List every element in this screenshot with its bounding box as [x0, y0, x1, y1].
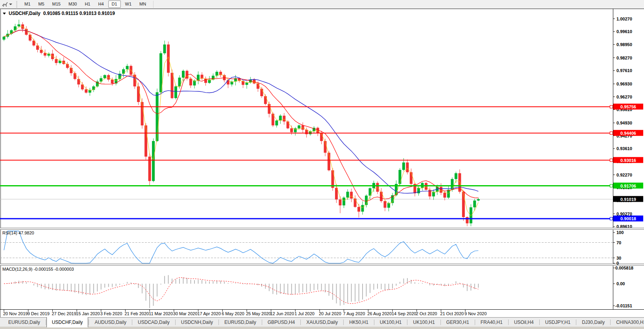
- tab-separator: [343, 320, 344, 325]
- svg-text:0.95756: 0.95756: [620, 104, 636, 109]
- svg-text:14 Sep 2020: 14 Sep 2020: [392, 311, 416, 316]
- timeframe-w1[interactable]: W1: [122, 0, 135, 8]
- svg-text:0.98270: 0.98270: [616, 56, 632, 60]
- chart-type-dropdown-icon[interactable]: [9, 4, 12, 5]
- chart-ohlc: 0.91085 0.91115 0.91013 0.91019: [43, 11, 115, 16]
- timeframe-mn[interactable]: MN: [136, 0, 150, 8]
- timeframe-d1[interactable]: D1: [108, 0, 121, 8]
- chart-symbol: USDCHF,Daily: [9, 11, 41, 16]
- chart-title: USDCHF,Daily 0.91085 0.91115 0.91013 0.9…: [3, 11, 115, 16]
- chart-tab-usdcad-daily[interactable]: USDCAD,Daily: [133, 318, 175, 327]
- rsi-indicator-label: RSI(14) 47.9820: [2, 230, 34, 235]
- svg-text:0: 0: [616, 261, 619, 266]
- chart-tab-uk100-h1[interactable]: UK100,H1: [375, 318, 407, 327]
- svg-text:9 Dec 2019: 9 Dec 2019: [28, 311, 50, 316]
- svg-text:15 Jan 2020: 15 Jan 2020: [76, 311, 100, 316]
- chart-tab-gbpusd-h4[interactable]: GBPUSD,H4: [263, 318, 300, 327]
- svg-text:21 Oct 2020: 21 Oct 2020: [440, 311, 464, 316]
- chart-tab-usdchf-daily[interactable]: USDCHF,Daily: [46, 317, 89, 327]
- svg-text:0.94930: 0.94930: [616, 121, 632, 125]
- svg-text:1 Jul 2020: 1 Jul 2020: [294, 311, 315, 316]
- svg-text:0.90018: 0.90018: [620, 216, 636, 221]
- svg-text:0.96930: 0.96930: [616, 82, 632, 86]
- chart-canvas[interactable]: 1.002700.996100.989500.982700.976100.969…: [0, 9, 644, 317]
- svg-text:-0.01151: -0.01151: [615, 303, 632, 308]
- svg-text:17 Apr 2020: 17 Apr 2020: [198, 311, 221, 316]
- tab-separator: [175, 320, 176, 325]
- svg-text:2 Oct 2020: 2 Oct 2020: [416, 311, 437, 316]
- tab-separator: [508, 320, 509, 325]
- svg-text:7 Aug 2020: 7 Aug 2020: [343, 311, 365, 316]
- svg-text:100: 100: [616, 230, 624, 235]
- svg-text:20 Nov 2019: 20 Nov 2019: [3, 311, 28, 316]
- symbol-dropdown-icon[interactable]: [3, 13, 6, 15]
- timeframe-toolbar: M1M5M15M30H1H4D1W1MN: [0, 0, 644, 9]
- tab-separator: [407, 320, 407, 325]
- chart-tab-bar: EURUSD,DailyUSDCHF,DailyAUDUSD,DailyUSDC…: [0, 317, 644, 327]
- chart-tab-usdcnh-daily[interactable]: USDCNH,Daily: [176, 318, 218, 327]
- tab-separator: [300, 320, 301, 325]
- timeframe-m5[interactable]: M5: [35, 0, 48, 8]
- svg-text:12 Jun 2020: 12 Jun 2020: [270, 311, 294, 316]
- svg-text:30: 30: [616, 256, 621, 260]
- tab-separator: [440, 320, 441, 325]
- chart-tab-dj30-daily[interactable]: DJ30,Daily: [577, 318, 610, 327]
- tab-separator: [262, 320, 262, 325]
- chart-tab-eurusd-daily[interactable]: EURUSD,Daily: [219, 318, 261, 327]
- svg-text:9 Nov 2020: 9 Nov 2020: [464, 311, 487, 316]
- toolbar-grip[interactable]: [16, 1, 17, 7]
- tab-separator: [475, 320, 475, 325]
- svg-text:3 Feb 2020: 3 Feb 2020: [100, 311, 122, 316]
- toolbar-separator: [153, 1, 154, 8]
- svg-text:0.93610: 0.93610: [616, 146, 632, 151]
- macd-indicator-label: MACD(12,26,9) -0.000155 -0.000003: [2, 267, 74, 271]
- svg-text:0.98950: 0.98950: [616, 42, 632, 47]
- timeframe-m15[interactable]: M15: [49, 0, 64, 8]
- chart-tab-audusd-daily[interactable]: AUDUSD,Daily: [89, 318, 131, 327]
- timeframe-h4[interactable]: H4: [94, 0, 107, 8]
- chart-tabs: EURUSD,DailyUSDCHF,DailyAUDUSD,DailyUSDC…: [3, 318, 644, 327]
- tab-separator: [218, 320, 219, 325]
- svg-text:30 Mar 2020: 30 Mar 2020: [173, 311, 198, 316]
- svg-text:0.97610: 0.97610: [616, 68, 632, 73]
- chart-tab-fra40-h1[interactable]: FRA40,H1: [476, 318, 508, 327]
- chart-tab-xauusd-daily[interactable]: XAUUSD,Daily: [301, 318, 343, 327]
- svg-text:21 Feb 2020: 21 Feb 2020: [124, 311, 149, 316]
- chart-tab-ger30-h1[interactable]: GER30,H1: [441, 318, 474, 327]
- chart-window: 1.002700.996100.989500.982700.976100.969…: [0, 9, 644, 317]
- svg-text:0.005818: 0.005818: [615, 266, 633, 270]
- tab-separator: [374, 320, 374, 325]
- svg-text:26 Aug 2020: 26 Aug 2020: [367, 311, 392, 316]
- chart-tab-eurusd-daily[interactable]: EURUSD,Daily: [3, 318, 45, 327]
- svg-text:0.93016: 0.93016: [620, 158, 636, 163]
- tab-separator: [89, 320, 89, 325]
- svg-text:25 May 2020: 25 May 2020: [246, 311, 271, 316]
- chart-tab-hk50-h1[interactable]: HK50,H1: [344, 318, 374, 327]
- svg-text:0.99610: 0.99610: [616, 29, 632, 34]
- timeframe-buttons: M1M5M15M30H1H4D1W1MN: [20, 0, 150, 8]
- chart-tab-usdjpy-h1[interactable]: USDJPY,H1: [540, 318, 576, 327]
- svg-text:11 Mar 2020: 11 Mar 2020: [149, 311, 173, 316]
- timeframe-h1[interactable]: H1: [81, 0, 94, 8]
- svg-text:70: 70: [616, 240, 621, 245]
- chart-tab-china300-h1[interactable]: CHINA300,H1: [611, 318, 644, 327]
- timeframe-m30[interactable]: M30: [65, 0, 80, 8]
- svg-text:0.90270: 0.90270: [616, 212, 632, 216]
- tab-separator: [576, 320, 576, 325]
- chart-tab-usoil-h4[interactable]: USOil,H4: [509, 318, 539, 327]
- svg-text:0.00: 0.00: [616, 281, 625, 286]
- tab-separator: [610, 320, 611, 325]
- svg-text:0.91019: 0.91019: [620, 197, 636, 202]
- svg-text:20 Jul 2020: 20 Jul 2020: [319, 311, 341, 316]
- tab-separator: [132, 320, 132, 325]
- svg-text:0.96270: 0.96270: [616, 95, 632, 99]
- window-bottom-edge: [0, 327, 644, 329]
- svg-text:27 Dec 2019: 27 Dec 2019: [52, 311, 76, 316]
- svg-text:0.94406: 0.94406: [620, 131, 636, 136]
- tab-separator: [539, 320, 540, 325]
- chart-tab-uk100-h1[interactable]: UK100,H1: [408, 318, 440, 327]
- svg-text:0.91706: 0.91706: [620, 184, 636, 188]
- chart-type-icon[interactable]: [2, 1, 9, 7]
- svg-text:1.00270: 1.00270: [616, 17, 632, 21]
- timeframe-m1[interactable]: M1: [21, 0, 34, 8]
